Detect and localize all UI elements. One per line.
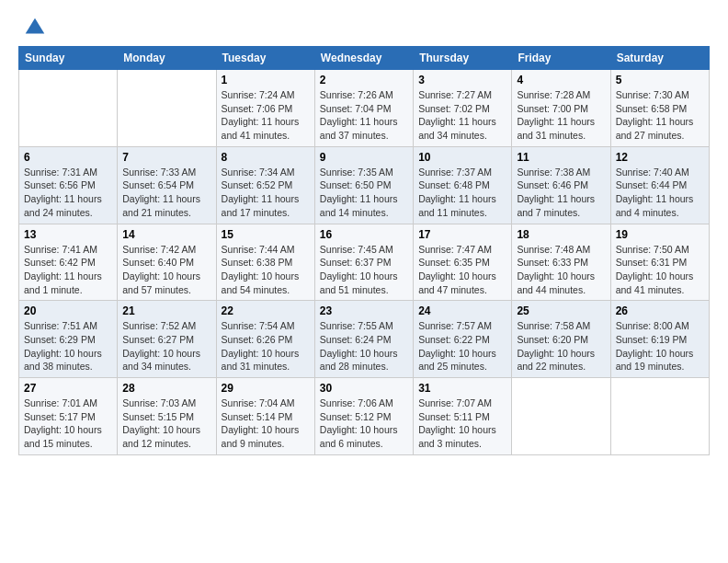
day-info: Sunrise: 7:47 AMSunset: 6:35 PMDaylight:… xyxy=(418,243,506,297)
day-info: Sunrise: 7:37 AMSunset: 6:48 PMDaylight:… xyxy=(418,166,506,220)
calendar-cell: 14Sunrise: 7:42 AMSunset: 6:40 PMDayligh… xyxy=(118,224,216,301)
day-info: Sunrise: 7:34 AMSunset: 6:52 PMDaylight:… xyxy=(222,166,310,220)
day-number: 14 xyxy=(122,228,210,241)
day-info: Sunrise: 7:06 AMSunset: 5:12 PMDaylight:… xyxy=(320,396,408,451)
calendar-week-row: 13Sunrise: 7:41 AMSunset: 6:42 PMDayligh… xyxy=(19,224,710,301)
calendar-cell: 16Sunrise: 7:45 AMSunset: 6:37 PMDayligh… xyxy=(314,224,413,301)
weekday-header: Thursday xyxy=(414,47,512,70)
calendar-cell: 28Sunrise: 7:03 AMSunset: 5:15 PMDayligh… xyxy=(118,378,216,455)
calendar-cell: 8Sunrise: 7:34 AMSunset: 6:52 PMDaylight… xyxy=(216,146,314,224)
weekday-header: Sunday xyxy=(19,47,118,70)
calendar-cell: 21Sunrise: 7:52 AMSunset: 6:27 PMDayligh… xyxy=(118,301,216,378)
calendar-cell xyxy=(19,70,118,147)
weekday-header: Monday xyxy=(118,47,216,70)
day-info: Sunrise: 7:33 AMSunset: 6:54 PMDaylight:… xyxy=(122,166,210,220)
day-info: Sunrise: 7:26 AMSunset: 7:04 PMDaylight:… xyxy=(320,88,408,143)
day-number: 8 xyxy=(222,151,310,164)
calendar-cell: 18Sunrise: 7:48 AMSunset: 6:33 PMDayligh… xyxy=(512,224,610,301)
calendar-week-row: 1Sunrise: 7:24 AMSunset: 7:06 PMDaylight… xyxy=(19,70,710,147)
day-number: 9 xyxy=(320,151,408,164)
calendar-cell: 29Sunrise: 7:04 AMSunset: 5:14 PMDayligh… xyxy=(216,378,314,455)
calendar-cell: 27Sunrise: 7:01 AMSunset: 5:17 PMDayligh… xyxy=(19,378,118,455)
day-number: 28 xyxy=(122,382,210,395)
day-number: 1 xyxy=(222,74,310,86)
day-info: Sunrise: 7:07 AMSunset: 5:11 PMDaylight:… xyxy=(418,396,506,451)
weekday-header: Wednesday xyxy=(314,47,413,70)
calendar-cell: 19Sunrise: 7:50 AMSunset: 6:31 PMDayligh… xyxy=(610,224,709,301)
day-number: 17 xyxy=(418,228,506,241)
day-info: Sunrise: 7:42 AMSunset: 6:40 PMDaylight:… xyxy=(122,243,210,297)
calendar-cell: 25Sunrise: 7:58 AMSunset: 6:20 PMDayligh… xyxy=(512,301,610,378)
day-info: Sunrise: 7:35 AMSunset: 6:50 PMDaylight:… xyxy=(320,166,408,220)
day-info: Sunrise: 7:24 AMSunset: 7:06 PMDaylight:… xyxy=(222,88,310,143)
calendar-cell: 12Sunrise: 7:40 AMSunset: 6:44 PMDayligh… xyxy=(610,146,709,224)
day-number: 2 xyxy=(320,74,408,86)
day-number: 25 xyxy=(517,304,605,317)
calendar-week-row: 27Sunrise: 7:01 AMSunset: 5:17 PMDayligh… xyxy=(19,378,710,455)
day-number: 4 xyxy=(517,74,605,86)
day-info: Sunrise: 7:45 AMSunset: 6:37 PMDaylight:… xyxy=(320,243,408,297)
day-number: 7 xyxy=(122,151,210,164)
day-number: 31 xyxy=(418,382,506,395)
day-info: Sunrise: 7:28 AMSunset: 7:00 PMDaylight:… xyxy=(517,88,605,143)
weekday-header: Tuesday xyxy=(216,47,314,70)
calendar-cell: 1Sunrise: 7:24 AMSunset: 7:06 PMDaylight… xyxy=(216,70,314,147)
day-number: 23 xyxy=(320,304,408,317)
day-number: 6 xyxy=(24,151,112,164)
weekday-header: Friday xyxy=(512,47,610,70)
day-number: 30 xyxy=(320,382,408,395)
calendar-cell: 17Sunrise: 7:47 AMSunset: 6:35 PMDayligh… xyxy=(414,224,512,301)
day-number: 11 xyxy=(517,151,605,164)
day-info: Sunrise: 7:44 AMSunset: 6:38 PMDaylight:… xyxy=(222,243,310,297)
calendar-cell: 7Sunrise: 7:33 AMSunset: 6:54 PMDaylight… xyxy=(118,146,216,224)
day-info: Sunrise: 7:58 AMSunset: 6:20 PMDaylight:… xyxy=(517,319,605,373)
calendar-cell xyxy=(610,378,709,455)
day-number: 15 xyxy=(222,228,310,241)
svg-marker-0 xyxy=(26,18,45,34)
day-number: 16 xyxy=(320,228,408,241)
logo xyxy=(18,15,48,40)
day-number: 5 xyxy=(616,74,704,86)
day-info: Sunrise: 7:40 AMSunset: 6:44 PMDaylight:… xyxy=(616,166,704,220)
calendar-cell: 4Sunrise: 7:28 AMSunset: 7:00 PMDaylight… xyxy=(512,70,610,147)
calendar-cell: 3Sunrise: 7:27 AMSunset: 7:02 PMDaylight… xyxy=(414,70,512,147)
header xyxy=(18,15,710,40)
weekday-header-row: SundayMondayTuesdayWednesdayThursdayFrid… xyxy=(19,47,710,70)
day-number: 19 xyxy=(616,228,704,241)
calendar-week-row: 20Sunrise: 7:51 AMSunset: 6:29 PMDayligh… xyxy=(19,301,710,378)
calendar-cell: 6Sunrise: 7:31 AMSunset: 6:56 PMDaylight… xyxy=(19,146,118,224)
day-number: 24 xyxy=(418,304,506,317)
day-number: 3 xyxy=(418,74,506,86)
day-number: 27 xyxy=(24,382,112,395)
calendar-cell: 10Sunrise: 7:37 AMSunset: 6:48 PMDayligh… xyxy=(414,146,512,224)
day-info: Sunrise: 7:48 AMSunset: 6:33 PMDaylight:… xyxy=(517,243,605,297)
logo-icon xyxy=(22,15,48,40)
calendar-table: SundayMondayTuesdayWednesdayThursdayFrid… xyxy=(18,46,710,455)
day-number: 12 xyxy=(616,151,704,164)
day-info: Sunrise: 8:00 AMSunset: 6:19 PMDaylight:… xyxy=(616,319,704,373)
calendar-cell: 20Sunrise: 7:51 AMSunset: 6:29 PMDayligh… xyxy=(19,301,118,378)
weekday-header: Saturday xyxy=(610,47,709,70)
day-info: Sunrise: 7:41 AMSunset: 6:42 PMDaylight:… xyxy=(24,243,112,297)
day-info: Sunrise: 7:50 AMSunset: 6:31 PMDaylight:… xyxy=(616,243,704,297)
day-info: Sunrise: 7:57 AMSunset: 6:22 PMDaylight:… xyxy=(418,319,506,373)
calendar-cell xyxy=(512,378,610,455)
day-info: Sunrise: 7:27 AMSunset: 7:02 PMDaylight:… xyxy=(418,88,506,143)
calendar-cell: 2Sunrise: 7:26 AMSunset: 7:04 PMDaylight… xyxy=(314,70,413,147)
calendar-cell: 26Sunrise: 8:00 AMSunset: 6:19 PMDayligh… xyxy=(610,301,709,378)
calendar-cell xyxy=(118,70,216,147)
day-number: 21 xyxy=(122,304,210,317)
page: SundayMondayTuesdayWednesdayThursdayFrid… xyxy=(0,0,728,470)
calendar-cell: 24Sunrise: 7:57 AMSunset: 6:22 PMDayligh… xyxy=(414,301,512,378)
day-info: Sunrise: 7:01 AMSunset: 5:17 PMDaylight:… xyxy=(24,396,112,451)
calendar-week-row: 6Sunrise: 7:31 AMSunset: 6:56 PMDaylight… xyxy=(19,146,710,224)
day-number: 26 xyxy=(616,304,704,317)
day-info: Sunrise: 7:55 AMSunset: 6:24 PMDaylight:… xyxy=(320,319,408,373)
day-number: 22 xyxy=(222,304,310,317)
calendar-cell: 13Sunrise: 7:41 AMSunset: 6:42 PMDayligh… xyxy=(19,224,118,301)
calendar-cell: 30Sunrise: 7:06 AMSunset: 5:12 PMDayligh… xyxy=(314,378,413,455)
day-info: Sunrise: 7:51 AMSunset: 6:29 PMDaylight:… xyxy=(24,319,112,373)
day-number: 29 xyxy=(222,382,310,395)
day-number: 18 xyxy=(517,228,605,241)
day-info: Sunrise: 7:30 AMSunset: 6:58 PMDaylight:… xyxy=(616,88,704,143)
